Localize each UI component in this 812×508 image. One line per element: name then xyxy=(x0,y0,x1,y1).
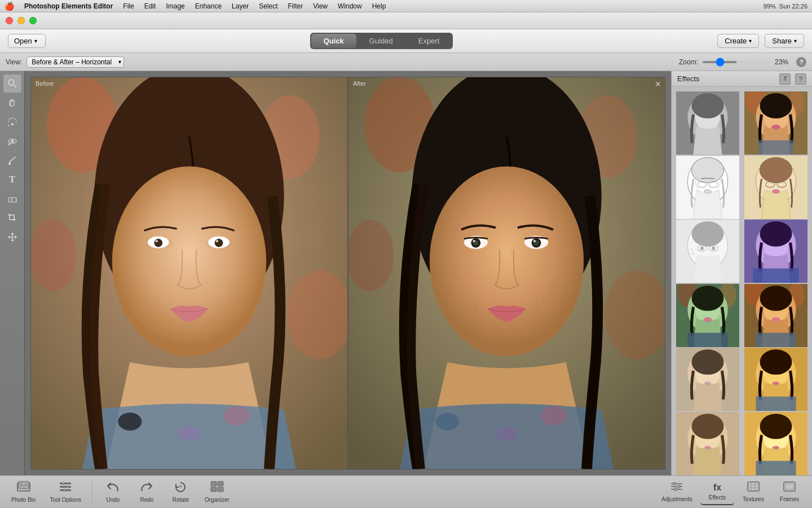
maximize-window-button[interactable] xyxy=(29,17,37,24)
minimize-window-button[interactable] xyxy=(17,17,25,24)
menu-window[interactable]: Window xyxy=(333,1,367,11)
effect-thumb-grayscale[interactable] xyxy=(675,90,740,156)
svg-point-133 xyxy=(67,486,69,488)
effect-thumb-faded[interactable] xyxy=(675,347,740,412)
adjustments-label: Adjustments xyxy=(661,496,692,502)
svg-point-50 xyxy=(430,167,584,356)
effect-thumb-sketch-bw[interactable] xyxy=(675,155,740,220)
svg-rect-145 xyxy=(748,482,759,491)
textures-button[interactable]: Textures xyxy=(736,478,770,506)
text-tool[interactable]: T xyxy=(3,170,21,189)
eraser-tool[interactable] xyxy=(3,190,21,208)
redo-label: Redo xyxy=(140,497,154,503)
svg-point-101 xyxy=(760,286,792,311)
effect-thumb-golden[interactable] xyxy=(743,411,809,476)
photo-bin-icon xyxy=(17,481,30,495)
menu-edit[interactable]: Edit xyxy=(140,1,161,11)
svg-rect-151 xyxy=(785,484,793,489)
effect-thumb-soft-sepia[interactable] xyxy=(675,411,740,476)
share-button[interactable]: Share xyxy=(765,34,804,48)
rotate-icon xyxy=(174,481,187,495)
effects-restore-button[interactable]: ⇑ xyxy=(779,73,791,85)
frames-button[interactable]: Frames xyxy=(773,478,806,506)
svg-rect-62 xyxy=(758,141,793,155)
svg-point-0 xyxy=(8,80,14,85)
menu-layer[interactable]: Layer xyxy=(227,1,253,11)
svg-point-29 xyxy=(216,240,218,242)
menu-file[interactable]: File xyxy=(118,1,138,11)
before-after-container: ✕ Before xyxy=(30,77,665,470)
svg-point-143 xyxy=(678,485,681,488)
tab-guided[interactable]: Guided xyxy=(357,34,405,48)
redo-button[interactable]: Redo xyxy=(131,478,162,506)
view-select-wrap[interactable]: Before & After – Horizontal xyxy=(27,56,124,68)
svg-point-69 xyxy=(704,190,711,193)
undo-button[interactable]: Undo xyxy=(98,478,129,506)
svg-rect-130 xyxy=(60,486,71,488)
menu-enhance[interactable]: Enhance xyxy=(191,1,226,11)
open-button[interactable]: Open xyxy=(8,34,46,48)
svg-point-26 xyxy=(154,239,162,247)
effects-icon: fx xyxy=(713,483,721,493)
svg-rect-136 xyxy=(218,481,223,486)
before-label: Before xyxy=(36,80,54,87)
brush-tool[interactable] xyxy=(3,151,21,169)
zoom-slider[interactable] xyxy=(703,61,770,63)
photo-bin-button[interactable]: Photo Bin xyxy=(6,478,41,506)
svg-point-28 xyxy=(156,240,158,242)
menu-view[interactable]: View xyxy=(308,1,332,11)
effects-header: Effects ⇑ ? xyxy=(672,71,812,87)
svg-point-93 xyxy=(691,286,723,311)
organizer-button[interactable]: Organizer xyxy=(199,478,235,506)
menu-help[interactable]: Help xyxy=(368,1,391,11)
before-panel: Before xyxy=(31,77,348,469)
apple-menu[interactable]: 🍎 xyxy=(5,2,14,11)
svg-point-72 xyxy=(760,157,792,183)
svg-point-124 xyxy=(773,446,779,449)
view-label: View: xyxy=(6,58,22,66)
effects-help-button[interactable]: ? xyxy=(795,73,806,85)
effect-thumb-colorized[interactable] xyxy=(743,90,809,156)
move-tool[interactable] xyxy=(3,228,21,246)
close-button[interactable]: ✕ xyxy=(655,80,661,89)
effect-thumb-pencil-sketch[interactable] xyxy=(675,218,740,284)
effect-thumb-warm2[interactable] xyxy=(743,347,809,412)
effect-thumb-purple-tint[interactable] xyxy=(743,218,809,284)
hand-tool[interactable] xyxy=(3,94,21,112)
menu-image[interactable]: Image xyxy=(161,1,189,11)
tool-options-label: Tool Options xyxy=(50,497,81,503)
tool-options-button[interactable]: Tool Options xyxy=(44,478,87,506)
close-window-button[interactable] xyxy=(6,17,13,24)
svg-point-66 xyxy=(691,157,723,183)
effects-button[interactable]: fx Effects xyxy=(700,479,734,505)
app-name[interactable]: Photoshop Elements Editor xyxy=(20,1,117,11)
svg-point-2 xyxy=(11,123,14,125)
tab-quick[interactable]: Quick xyxy=(311,34,356,48)
quick-selection-tool[interactable] xyxy=(3,113,21,131)
view-select[interactable]: Before & After – Horizontal xyxy=(27,56,124,68)
svg-point-119 xyxy=(704,446,711,449)
rotate-button[interactable]: Rotate xyxy=(165,478,196,506)
create-button[interactable]: Create xyxy=(717,34,759,48)
after-panel: After xyxy=(348,77,665,469)
menu-select[interactable]: Select xyxy=(254,1,282,11)
zoom-tool[interactable] xyxy=(3,75,21,93)
menu-filter[interactable]: Filter xyxy=(284,1,308,11)
tab-expert[interactable]: Expert xyxy=(406,34,452,48)
red-eye-tool[interactable] xyxy=(3,132,21,150)
textures-label: Textures xyxy=(743,496,764,502)
photo-bin-label: Photo Bin xyxy=(11,497,36,503)
crop-tool[interactable] xyxy=(3,209,21,227)
redo-icon xyxy=(140,481,153,495)
adjustments-button[interactable]: Adjustments xyxy=(656,478,698,506)
svg-point-118 xyxy=(691,414,723,439)
help-icon[interactable]: ? xyxy=(796,57,806,67)
effect-thumb-warm-tint[interactable] xyxy=(743,283,809,348)
effect-thumb-sketch-color[interactable] xyxy=(743,155,809,220)
svg-point-81 xyxy=(700,247,704,250)
svg-line-3 xyxy=(8,125,10,126)
organizer-label: Organizer xyxy=(205,497,230,503)
effect-thumb-green-tint[interactable] xyxy=(675,283,740,348)
svg-line-1 xyxy=(14,85,16,87)
svg-point-82 xyxy=(712,247,715,250)
